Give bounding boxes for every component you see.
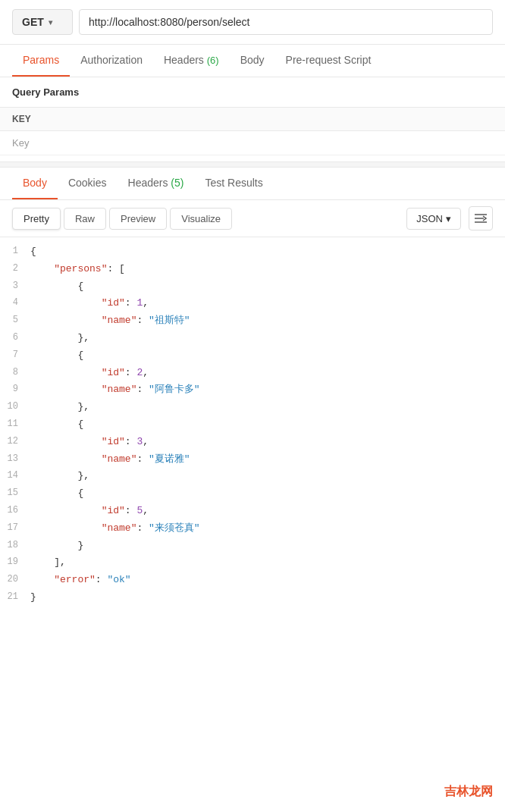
line-number: 9 [0,382,30,397]
json-line: 17 "name": "来须苍真" [0,520,505,538]
line-number: 13 [0,452,30,466]
visualize-button[interactable]: Visualize [170,208,232,230]
json-line: 5 "name": "祖斯特" [0,312,505,330]
json-format-chevron: ▾ [446,213,451,224]
line-number: 3 [0,279,30,293]
line-number: 1 [0,244,30,259]
line-content: "id": 5, [30,503,505,519]
key-column-header: KEY [0,108,505,131]
line-number: 7 [0,348,30,362]
tab-body-response[interactable]: Body [12,168,58,199]
json-line: 11 { [0,416,505,434]
json-line: 3 { [0,278,505,296]
params-table: KEY Key [0,107,505,155]
line-content: "name": "阿鲁卡多" [30,382,505,398]
json-line: 1{ [0,243,505,261]
line-content: }, [30,400,505,415]
request-tabs-bar: Params Authorization Headers (6) Body Pr… [0,45,505,77]
line-number: 17 [0,521,30,535]
tab-body-request[interactable]: Body [230,45,275,77]
line-number: 5 [0,313,30,328]
json-line: 8 "id": 2, [0,365,505,382]
json-format-select[interactable]: JSON ▾ [406,208,461,230]
json-line: 13 "name": "夏诺雅" [0,451,505,469]
line-number: 16 [0,503,30,518]
section-divider [0,161,505,168]
tab-params[interactable]: Params [12,45,70,77]
line-content: { [30,486,505,502]
json-line: 14 }, [0,468,505,485]
format-bar: Pretty Raw Preview Visualize JSON ▾ [0,200,505,237]
line-number: 19 [0,555,30,569]
headers-badge: (6) [207,55,219,66]
url-input[interactable] [79,9,493,35]
line-content: "id": 3, [30,434,505,450]
line-number: 11 [0,417,30,431]
preview-button[interactable]: Preview [109,208,167,230]
line-content: { [30,417,505,433]
tab-headers-request[interactable]: Headers (6) [153,45,230,77]
raw-button[interactable]: Raw [64,208,106,230]
line-number: 18 [0,538,30,553]
line-number: 8 [0,365,30,380]
tab-test-results[interactable]: Test Results [194,168,273,199]
line-number: 12 [0,434,30,449]
json-line: 20 "error": "ok" [0,572,505,589]
line-content: "id": 1, [30,296,505,312]
json-format-label: JSON [416,213,443,224]
json-line: 10 }, [0,399,505,416]
line-content: { [30,244,505,260]
query-params-header: Query Params [0,77,505,107]
line-content: } [30,590,505,606]
json-line: 6 }, [0,330,505,347]
line-number: 2 [0,262,30,276]
json-line: 4 "id": 1, [0,295,505,312]
json-line: 9 "name": "阿鲁卡多" [0,381,505,399]
line-content: "name": "祖斯特" [30,313,505,329]
line-content: { [30,279,505,295]
json-line: 21} [0,589,505,607]
json-line: 19 ], [0,554,505,572]
json-viewer: 1{2 "persons": [3 {4 "id": 1,5 "name": "… [0,237,505,613]
line-content: { [30,348,505,364]
line-number: 6 [0,331,30,345]
line-number: 4 [0,296,30,310]
line-content: "id": 2, [30,365,505,381]
response-tabs-bar: Body Cookies Headers (5) Test Results [0,168,505,200]
method-chevron: ▾ [49,18,52,27]
line-number: 10 [0,400,30,414]
watermark: 吉林龙网 [444,784,493,800]
pretty-button[interactable]: Pretty [12,208,61,230]
line-content: "name": "来须苍真" [30,521,505,537]
line-number: 21 [0,590,30,604]
line-content: } [30,538,505,554]
tab-authorization[interactable]: Authorization [70,45,153,77]
query-params-section: Query Params KEY Key [0,77,505,155]
line-content: }, [30,469,505,484]
line-number: 14 [0,469,30,483]
json-line: 16 "id": 5, [0,503,505,520]
line-number: 15 [0,486,30,500]
line-content: "error": "ok" [30,572,505,588]
tab-headers-response[interactable]: Headers (5) [118,168,195,199]
json-line: 12 "id": 3, [0,434,505,451]
json-line: 15 { [0,485,505,503]
json-line: 2 "persons": [ [0,261,505,278]
json-line: 7 { [0,347,505,365]
line-number: 20 [0,572,30,587]
response-headers-badge: (5) [171,177,183,189]
method-select[interactable]: GET ▾ [12,9,73,35]
line-content: }, [30,331,505,346]
line-content: "persons": [ [30,262,505,277]
params-empty-row: Key [0,131,505,155]
tab-pre-request-script[interactable]: Pre-request Script [275,45,382,77]
json-line: 18 } [0,538,505,555]
url-bar: GET ▾ [0,0,505,45]
key-placeholder-cell[interactable]: Key [0,131,505,155]
wrap-button[interactable] [469,206,493,230]
tab-cookies[interactable]: Cookies [58,168,118,199]
line-content: ], [30,555,505,571]
line-content: "name": "夏诺雅" [30,452,505,468]
method-label: GET [22,16,44,28]
